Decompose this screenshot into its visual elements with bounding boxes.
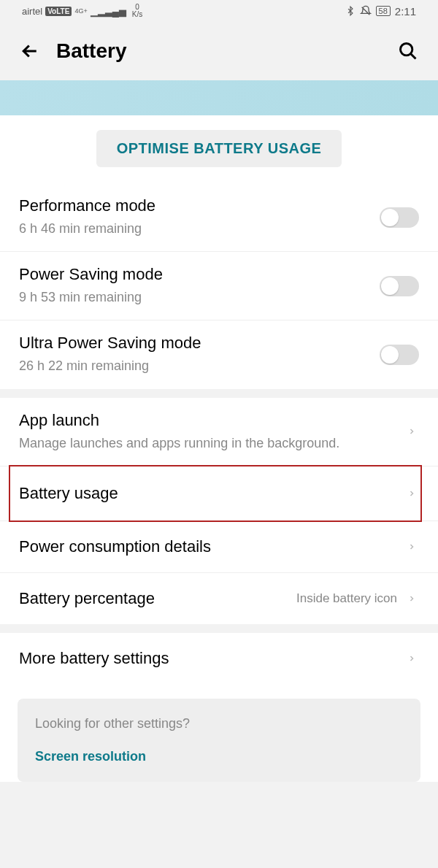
row-title: Performance mode — [19, 196, 380, 215]
page-title: Battery — [56, 39, 382, 63]
row-title: Ultra Power Saving mode — [19, 334, 380, 353]
row-title: App launch — [19, 411, 404, 430]
row-subtitle: 26 h 22 min remaining — [19, 357, 380, 375]
volte-badge: VoLTE — [45, 7, 72, 16]
battery-icon: 58 — [376, 6, 391, 16]
power-saving-toggle[interactable] — [380, 276, 419, 296]
clock: 2:11 — [395, 5, 416, 18]
optimise-section: OPTIMISE BATTERY USAGE — [0, 115, 438, 183]
row-subtitle: 9 h 53 min remaining — [19, 288, 380, 307]
search-button[interactable] — [396, 39, 420, 63]
chevron-right-icon — [404, 424, 419, 439]
more-list: More battery settings — [0, 633, 438, 684]
battery-graph[interactable] — [0, 80, 438, 115]
more-settings-row[interactable]: More battery settings — [0, 633, 438, 684]
dnd-icon — [360, 5, 372, 17]
chevron-right-icon — [404, 486, 419, 501]
row-title: Battery percentage — [19, 589, 296, 608]
power-saving-row[interactable]: Power Saving mode 9 h 53 min remaining — [0, 252, 438, 320]
section-divider — [0, 389, 438, 398]
power-consumption-row[interactable]: Power consumption details — [0, 521, 438, 573]
ultra-power-saving-row[interactable]: Ultra Power Saving mode 26 h 22 min rema… — [0, 320, 438, 388]
signal-icon: ▁▂▃▄▅ — [91, 6, 126, 17]
suggestion-card: Looking for other settings? Screen resol… — [18, 699, 420, 782]
bluetooth-icon — [345, 5, 356, 17]
row-title: Battery usage — [19, 484, 404, 503]
suggestion-link[interactable]: Screen resolution — [35, 749, 403, 764]
optimise-button[interactable]: OPTIMISE BATTERY USAGE — [96, 130, 342, 167]
status-bar: airtel VoLTE 4G+ ▁▂▃▄▅ 0 K/s 58 2:11 — [0, 0, 438, 22]
modes-list: Performance mode 6 h 46 min remaining Po… — [0, 183, 438, 389]
row-title: Power Saving mode — [19, 265, 380, 284]
network-type: 4G+ — [74, 8, 87, 15]
performance-toggle[interactable] — [380, 207, 419, 228]
app-launch-row[interactable]: App launch Manage launches and apps runn… — [0, 398, 438, 466]
suggestion-question: Looking for other settings? — [35, 716, 403, 731]
row-subtitle: 6 h 46 min remaining — [19, 220, 380, 238]
row-title: Power consumption details — [19, 537, 404, 556]
ultra-power-saving-toggle[interactable] — [380, 345, 419, 365]
status-right: 58 2:11 — [345, 5, 416, 18]
battery-percentage-row[interactable]: Battery percentage Inside battery icon — [0, 573, 438, 624]
header: Battery — [0, 22, 438, 80]
chevron-right-icon — [404, 651, 419, 666]
row-value: Inside battery icon — [296, 591, 397, 607]
row-subtitle: Manage launches and apps running in the … — [19, 434, 404, 453]
chevron-right-icon — [404, 591, 419, 606]
status-left: airtel VoLTE 4G+ ▁▂▃▄▅ 0 K/s — [22, 4, 142, 18]
battery-usage-row[interactable]: Battery usage — [0, 466, 438, 521]
speed-indicator: 0 K/s — [132, 4, 142, 18]
carrier-label: airtel — [22, 6, 42, 17]
row-title: More battery settings — [19, 649, 404, 668]
chevron-right-icon — [404, 539, 419, 554]
performance-mode-row[interactable]: Performance mode 6 h 46 min remaining — [0, 183, 438, 252]
section-divider — [0, 624, 438, 633]
svg-point-0 — [401, 44, 412, 55]
back-button[interactable] — [18, 39, 42, 63]
settings-list: App launch Manage launches and apps runn… — [0, 398, 438, 624]
